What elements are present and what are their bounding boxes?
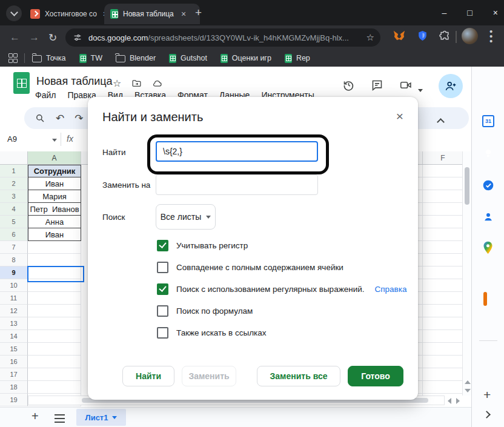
row-header-7[interactable]: 7 [0,241,28,254]
calendar-icon[interactable]: 31 [482,115,494,127]
browser-tab-hosting[interactable]: Хостинговое сообщество «Tim × [24,4,114,24]
cell-a13[interactable] [28,317,81,330]
dialog-close-icon[interactable]: × [396,110,403,122]
cell-a3[interactable]: Мария [28,190,81,203]
cell-a14[interactable] [28,330,81,343]
bookmark-item[interactable]: Оценки игр [220,54,271,63]
version-history-icon[interactable] [342,79,355,91]
cell-a11[interactable] [28,292,81,305]
column-header-f-area[interactable]: F [418,151,462,165]
selected-cell-a9[interactable] [27,266,84,282]
checkbox-checked[interactable] [157,240,168,251]
all-sheets-menu-icon[interactable] [55,414,65,423]
apps-grid-icon[interactable] [8,53,17,63]
video-call-icon[interactable] [399,79,413,91]
row-header-10[interactable]: 10 [0,279,28,292]
extensions-puzzle-icon[interactable] [439,30,452,43]
scroll-left-icon[interactable] [448,398,451,404]
scroll-up-icon[interactable] [465,380,471,384]
browser-menu-icon[interactable]: ••• [489,29,492,44]
site-settings-tune-icon[interactable] [73,33,82,42]
back-icon[interactable]: ← [10,31,20,44]
chevron-down-icon[interactable] [52,139,57,142]
bookmark-item[interactable]: Rep [285,54,310,63]
bookmark-item[interactable]: TW [79,54,102,63]
document-title[interactable]: Новая таблица [36,75,113,88]
share-button[interactable] [439,74,463,98]
minimize-button[interactable]: – [442,8,447,18]
help-link[interactable]: Справка [374,285,406,294]
cell-a2[interactable]: Иван [28,177,81,190]
cell-a16[interactable] [28,356,81,368]
menu-item-1[interactable]: Файл [35,90,56,100]
row-header-13[interactable]: 13 [0,317,28,330]
scroll-right-icon[interactable] [456,398,460,404]
row-header-3[interactable]: 3 [0,190,28,203]
row-header-12[interactable]: 12 [0,305,28,317]
show-side-panel-icon[interactable] [484,409,489,420]
row-header-15[interactable]: 15 [0,343,28,356]
grid-right-area[interactable] [418,165,462,396]
find-button[interactable]: Найти [122,366,174,386]
comments-icon[interactable] [371,79,383,91]
scrollbar-thumb[interactable] [465,167,469,205]
column-header-a[interactable]: A [28,151,81,165]
tab-search-button[interactable] [6,5,22,21]
cell-a1[interactable]: Сотрудник [28,165,81,177]
browser-tab-sheets[interactable]: Новая таблица - Google Табли × [104,4,200,24]
select-all-corner[interactable] [0,151,28,165]
row-header-1[interactable]: 1 [0,165,28,177]
refresh-icon[interactable]: ↻ [48,31,57,44]
undo-icon[interactable]: ↶ [56,112,64,125]
address-bar[interactable]: docs.google.com/spreadsheets/d/133QY0WLv… [65,28,380,47]
row-header-5[interactable]: 5 [0,216,28,228]
checkbox-unchecked[interactable] [157,262,168,273]
sheet-tab-list1[interactable]: Лист1 [76,409,126,426]
tab-close-icon[interactable]: × [181,9,186,19]
get-add-ons-button[interactable]: + [483,388,491,402]
row-header-19[interactable]: 19 [0,394,28,406]
cell-a17[interactable] [28,368,81,381]
checkbox-checked[interactable] [157,283,168,295]
cell-a5[interactable]: Анна [28,216,81,228]
new-tab-button[interactable]: + [195,5,202,20]
row-header-2[interactable]: 2 [0,177,28,190]
cell-a7[interactable] [28,241,81,254]
scroll-down-icon[interactable] [465,389,471,392]
maximize-button[interactable]: □ [467,8,472,18]
row-header-6[interactable]: 6 [0,228,28,241]
replace-all-button[interactable]: Заменить все [257,366,340,386]
tasks-icon[interactable] [482,179,494,191]
cell-a15[interactable] [28,343,81,356]
shield-extension-icon[interactable] [417,30,430,43]
cell-a8[interactable] [28,254,81,266]
sheets-logo-icon[interactable] [13,72,30,94]
maps-icon[interactable] [482,241,494,253]
collapse-toolbar-icon[interactable] [437,118,445,126]
row-header-17[interactable]: 17 [0,368,28,381]
add-sheet-button[interactable]: + [31,409,39,423]
row-header-8[interactable]: 8 [0,254,28,266]
row-header-11[interactable]: 11 [0,292,28,305]
search-icon[interactable] [35,113,45,124]
move-folder-icon[interactable] [131,78,142,88]
cell-a18[interactable] [28,381,81,394]
forward-icon[interactable]: → [29,31,39,44]
bookmark-item[interactable]: Blender [116,54,156,62]
cell-a12[interactable] [28,305,81,317]
close-button[interactable]: × [493,8,498,18]
star-icon[interactable]: ☆ [113,78,121,89]
row-header-9[interactable]: 9 [0,266,28,279]
metamask-fox-icon[interactable] [393,29,406,42]
search-scope-dropdown[interactable]: Все листы [156,204,216,230]
row-header-14[interactable]: 14 [0,330,28,343]
replace-input[interactable] [156,174,318,195]
keep-icon[interactable] [482,147,494,159]
name-box[interactable]: A9 [7,134,17,144]
chevron-down-icon[interactable] [418,84,423,94]
find-input[interactable] [156,141,318,162]
row-header-16[interactable]: 16 [0,356,28,368]
done-button[interactable]: Готово [348,366,403,386]
row-header-4[interactable]: 4 [0,203,28,216]
bookmark-star-icon[interactable]: ☆ [366,32,374,43]
